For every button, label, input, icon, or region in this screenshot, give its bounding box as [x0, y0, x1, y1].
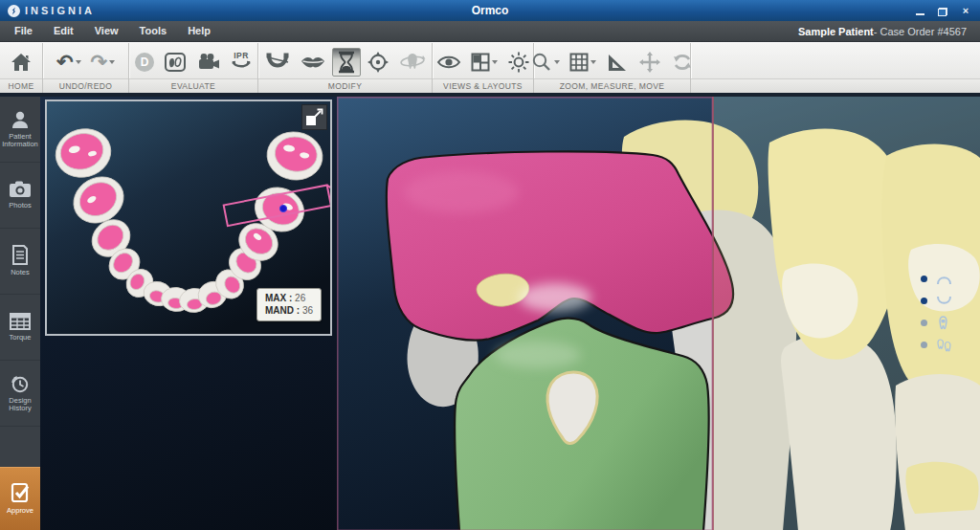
refresh-icon [671, 52, 694, 73]
menu-file[interactable]: File [4, 21, 43, 41]
visibility-button[interactable] [433, 50, 465, 75]
toolbar-group-label: VIEWS & LAYOUTS [433, 78, 533, 93]
discrepancy-icon: D [135, 53, 154, 72]
restore-button[interactable] [936, 5, 949, 16]
toolbar-group-label: ZOOM, MEASURE, MOVE [534, 78, 690, 93]
measure-button[interactable] [602, 49, 633, 76]
sidebar-item-photos[interactable]: Photos [0, 163, 40, 229]
compass-icon [367, 51, 390, 74]
ipr-icon: IPR [231, 52, 252, 72]
toolbar-empty-area [691, 43, 980, 93]
patient-information-icon [10, 110, 31, 129]
bracket-tooth-icon [936, 316, 950, 330]
main-3d-viewport[interactable] [337, 97, 980, 530]
tooth-rotate-button[interactable] [395, 49, 430, 76]
magnifier-icon [531, 52, 552, 73]
eye-icon [436, 53, 461, 72]
left-panel: MAX : 26 MAND : 36 [40, 97, 337, 530]
menu-bar: File Edit View Tools Help Sample Patient… [0, 21, 980, 42]
toolbar-group-label: EVALUATE [129, 78, 257, 93]
home-button[interactable] [6, 49, 36, 76]
torque-table-icon [10, 313, 31, 330]
pink-tooth-highlight [519, 283, 591, 312]
toolbar-group-undo-redo: ↶ ↷ UNDO/REDO [43, 43, 129, 93]
toolbar-group-zoom-measure-move: ZOOM, MEASURE, MOVE [534, 43, 691, 93]
patient-name: Sample Patient [798, 26, 874, 37]
tooth-rotate-icon [399, 52, 426, 73]
redo-dropdown-icon [109, 60, 115, 64]
tooth-pair-tooltip: MAX : 26 MAND : 36 [256, 288, 322, 321]
move-icon [638, 51, 661, 74]
toggle-brackets[interactable] [921, 316, 952, 330]
lips-icon [300, 52, 326, 73]
sidebar-item-label: Design History [0, 397, 40, 413]
move-button[interactable] [635, 48, 665, 77]
design-history-icon [10, 374, 31, 393]
layout-button[interactable] [467, 50, 501, 75]
inset-expand-button[interactable] [301, 104, 327, 130]
toggle-lower-arch[interactable] [921, 294, 952, 308]
menu-view[interactable]: View [84, 21, 129, 41]
sidebar-item-label: Notes [10, 269, 31, 277]
photos-camera-icon [9, 180, 32, 198]
grid-button[interactable] [566, 50, 600, 75]
menu-tools[interactable]: Tools [129, 21, 178, 41]
close-button[interactable]: × [959, 5, 972, 16]
sidebar: Patient Information Photos Notes Torque … [0, 97, 40, 530]
sun-icon [507, 51, 530, 74]
staging-button[interactable] [332, 48, 361, 77]
sidebar-item-label: Approve [6, 507, 34, 516]
plane-handle-dot [279, 205, 286, 211]
toolbar-group-label: MODIFY [258, 78, 432, 93]
app-title: Ormco [0, 4, 980, 17]
toggle-upper-arch[interactable] [921, 272, 952, 286]
tooth-position-button[interactable] [363, 48, 393, 77]
sidebar-item-design-history[interactable]: Design History [0, 361, 40, 427]
redo-button[interactable]: ↷ [87, 50, 120, 75]
occlusion-icon [164, 52, 187, 73]
expand-arrow-icon [312, 107, 324, 120]
arch-visibility-toggles [921, 272, 952, 352]
sidebar-item-label: Torque [9, 334, 33, 342]
arch-overview-inset[interactable]: MAX : 26 MAND : 36 [45, 99, 332, 336]
patient-case-label: Sample Patient- Case Order #4567 [798, 26, 976, 37]
toggle-dot [921, 320, 927, 326]
set-square-icon [606, 52, 629, 73]
smile-design-button[interactable] [296, 49, 330, 76]
sidebar-item-approve[interactable]: Approve [0, 467, 40, 530]
hourglass-icon [336, 51, 357, 74]
ipr-button[interactable]: IPR [227, 49, 256, 75]
upper-arch-icon [936, 274, 952, 285]
animation-button[interactable] [192, 49, 225, 76]
grid-icon [569, 53, 589, 72]
toolbar-group-modify: MODIFY [258, 43, 433, 93]
toolbar-group-label: UNDO/REDO [43, 78, 128, 93]
discrepancy-button[interactable]: D [131, 50, 158, 75]
toolbar: HOME ↶ ↷ UNDO/REDO D IPR [0, 42, 980, 93]
occlusion-button[interactable] [160, 49, 190, 76]
toolbar-group-evaluate: D IPR EVALUATE [129, 43, 258, 93]
sidebar-item-label: Photos [8, 202, 32, 210]
arch-shape-button[interactable] [261, 49, 294, 76]
sidebar-item-notes[interactable]: Notes [0, 229, 40, 295]
undo-dropdown-icon [76, 60, 81, 64]
menu-edit[interactable]: Edit [43, 21, 84, 41]
teeth-3d-render [337, 97, 980, 530]
toggle-teeth-pair[interactable] [921, 338, 952, 352]
menu-help[interactable]: Help [177, 21, 221, 41]
sidebar-item-label: Patient Information [0, 133, 40, 149]
undo-button[interactable]: ↶ [53, 50, 85, 75]
sidebar-item-patient-information[interactable]: Patient Information [0, 97, 40, 163]
zoom-button[interactable] [527, 49, 564, 76]
minimize-button[interactable] [913, 5, 926, 16]
toolbar-group-views-layouts: VIEWS & LAYOUTS [433, 43, 534, 93]
teeth-pair-icon [936, 339, 952, 352]
toolbar-group-home: HOME [0, 43, 43, 93]
case-order: - Case Order #4567 [874, 26, 967, 37]
title-bar: INSIGNIA Ormco × [0, 0, 980, 21]
mand-label: MAND : [265, 305, 300, 316]
refresh-button[interactable] [667, 49, 698, 76]
approve-icon [11, 482, 30, 503]
layout-grid-icon [471, 53, 490, 72]
sidebar-item-torque[interactable]: Torque [0, 295, 40, 361]
